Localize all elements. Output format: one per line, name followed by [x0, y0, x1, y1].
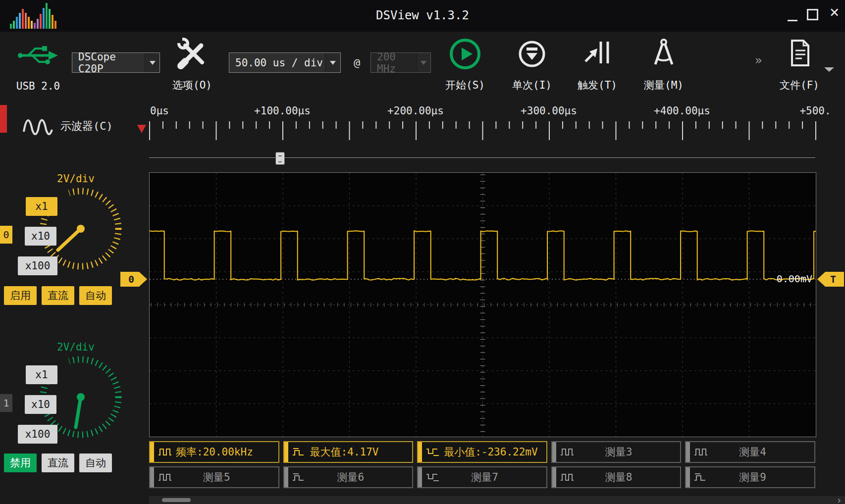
- freq-icon: [694, 447, 708, 457]
- at-separator: @: [354, 56, 360, 69]
- measurement-accent: [284, 467, 288, 487]
- ch1-autoscale-button[interactable]: 自动: [79, 454, 112, 472]
- capture-scroll-track: [149, 157, 815, 158]
- measure-label: 测量(M): [644, 78, 684, 92]
- measurement-label: 测量6: [310, 470, 392, 484]
- measurement-accent: [552, 442, 556, 462]
- sine-wave-icon: [22, 114, 55, 138]
- ch0-probe-x100-button[interactable]: x100: [18, 256, 57, 275]
- ch0-zero-marker[interactable]: 0: [120, 272, 147, 287]
- ruler-label: +200.00μs: [387, 105, 444, 117]
- measurement-button[interactable]: 最小值:-236.22mV: [417, 441, 547, 463]
- measurement-label: 频率:20.00kHz: [176, 445, 253, 459]
- measurement-button[interactable]: 测量9: [685, 466, 815, 488]
- freq-icon: [560, 447, 574, 457]
- ruler-label: +400.00μs: [654, 105, 710, 117]
- device-select[interactable]: DSCope C20P: [72, 52, 160, 73]
- ch1-coupling-button[interactable]: 直流: [42, 454, 74, 472]
- ch0-enable-button[interactable]: 启用: [4, 286, 37, 305]
- mode-accent-strip: [0, 105, 7, 133]
- ch0-probe-x1-button[interactable]: x1: [26, 197, 57, 216]
- ch0-coupling-button[interactable]: 直流: [42, 286, 74, 305]
- min-icon: [426, 472, 440, 482]
- ch0-probe-x10-button[interactable]: x10: [25, 227, 56, 246]
- measurement-button[interactable]: 测量8: [551, 466, 682, 488]
- trigger-button[interactable]: 触发(T): [569, 38, 626, 92]
- trigger-level-value: 0.00mV: [763, 273, 812, 285]
- usb-icon: [17, 41, 59, 70]
- measurement-accent: [150, 467, 154, 487]
- ch1-probe-x10-button[interactable]: x10: [25, 395, 56, 414]
- close-button[interactable]: ✕: [830, 4, 839, 19]
- freq-icon: [158, 472, 172, 482]
- ch1-vdiv-label: 2V/div: [57, 341, 95, 353]
- max-icon: [292, 447, 306, 457]
- ch1-probe-x100-button[interactable]: x100: [18, 425, 57, 444]
- ch0-autoscale-button[interactable]: 自动: [79, 286, 112, 305]
- measurement-accent: [150, 442, 154, 462]
- single-label: 单次(I): [512, 78, 552, 92]
- time-ruler: 0μs+100.00μs+200.00μs+300.00μs+400.00μs+…: [149, 105, 845, 171]
- horizontal-scrollbar-handle[interactable]: [162, 498, 191, 502]
- waveform-plot[interactable]: [149, 172, 816, 437]
- trigger-level-marker[interactable]: T: [817, 272, 844, 287]
- measurement-label: 测量5: [176, 470, 258, 484]
- measurement-button[interactable]: 频率:20.00kHz: [149, 441, 279, 463]
- measurement-label: 测量7: [444, 470, 526, 484]
- start-label: 开始(S): [445, 78, 485, 92]
- measurement-button[interactable]: 测量7: [417, 466, 547, 488]
- titlebar: DSView v1.3.2 ✕: [0, 0, 845, 32]
- measurement-label: 测量8: [578, 470, 660, 484]
- ruler-label: +100.00μs: [254, 105, 311, 117]
- dsview-window: DSView v1.3.2 ✕ USB 2.0 DSCope C20P 选项(O…: [0, 0, 845, 504]
- usb-status: USB 2.0: [7, 38, 69, 92]
- timebase-select[interactable]: 50.00 us / div: [229, 52, 341, 73]
- ch1-probe-x1-button[interactable]: x1: [26, 365, 57, 384]
- measurement-button[interactable]: 测量6: [283, 466, 414, 488]
- device-select-value: DSCope C20P: [78, 51, 145, 75]
- minimize-button[interactable]: [788, 20, 797, 21]
- measurement-row-1: 频率:20.00kHz最大值:4.17V最小值:-236.22mV测量3测量4: [149, 441, 815, 463]
- measure-button[interactable]: 测量(M): [635, 38, 692, 92]
- measurement-button[interactable]: 测量3: [551, 441, 682, 463]
- trigger-icon: [582, 38, 612, 67]
- freq-icon: [560, 472, 574, 482]
- horizontal-scrollbar[interactable]: ›: [149, 496, 845, 504]
- samplerate-select-value: 200 MHz: [377, 51, 417, 75]
- measurement-button[interactable]: 测量4: [685, 441, 815, 463]
- max-icon: [694, 472, 708, 482]
- ruler-label: +500.: [799, 105, 831, 117]
- maximize-button[interactable]: [807, 9, 818, 20]
- measurement-accent: [552, 467, 556, 487]
- ch0-vdiv-label: 2V/div: [57, 173, 95, 185]
- capture-scroll-handle[interactable]: [275, 152, 285, 165]
- measurement-button[interactable]: 最大值:4.17V: [283, 441, 414, 463]
- measurement-row-2: 测量5测量6测量7测量8测量9: [149, 466, 815, 488]
- measurement-label: 测量9: [712, 470, 793, 484]
- file-label: 文件(F): [780, 78, 819, 92]
- single-button[interactable]: 单次(I): [502, 38, 562, 92]
- measurement-label: 测量3: [578, 445, 660, 459]
- scope-mode-tab[interactable]: 示波器(C): [60, 119, 113, 134]
- file-button[interactable]: 文件(F): [772, 38, 827, 92]
- ch1-tab[interactable]: 1: [0, 394, 12, 412]
- usb-label: USB 2.0: [16, 80, 60, 92]
- measurement-label: 最小值:-236.22mV: [444, 445, 537, 459]
- options-button[interactable]: 选项(O): [164, 38, 220, 92]
- start-button[interactable]: 开始(S): [436, 38, 494, 92]
- toolbar-overflow-icon[interactable]: »: [755, 53, 762, 67]
- trigger-position-icon[interactable]: [137, 125, 146, 133]
- measurement-accent: [418, 467, 422, 487]
- measurement-button[interactable]: 测量5: [149, 466, 279, 488]
- window-title: DSView v1.3.2: [0, 8, 845, 22]
- single-capture-icon: [518, 40, 546, 68]
- max-icon: [292, 472, 306, 482]
- waveform-canvas: [150, 173, 816, 437]
- chevron-down-icon[interactable]: [824, 67, 834, 77]
- ruler-label: +300.00μs: [521, 105, 577, 117]
- scroll-right-icon[interactable]: ›: [836, 494, 842, 504]
- chevron-down-icon: [325, 53, 340, 72]
- chevron-down-icon: [417, 53, 430, 72]
- ch0-tab[interactable]: 0: [0, 226, 12, 244]
- ch1-disable-button[interactable]: 禁用: [4, 454, 37, 472]
